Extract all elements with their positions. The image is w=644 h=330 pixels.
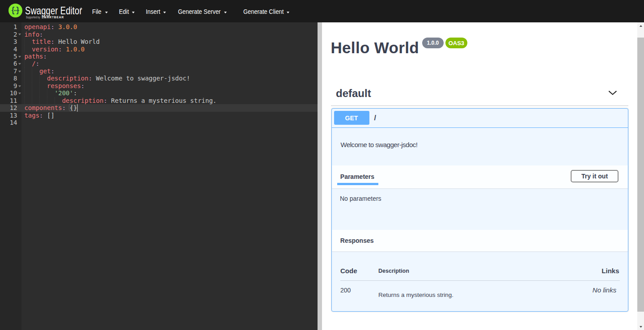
line-number-4: 4 (0, 46, 17, 53)
response-row-description: Returns a mysterious string. (378, 292, 453, 298)
code-line-9[interactable]: responses: (24, 82, 85, 89)
swagger-logo-icon (8, 4, 22, 17)
code-line-7[interactable]: get: (24, 68, 54, 75)
menu-caret-icon (132, 12, 135, 13)
fold-toggle-icon[interactable] (18, 93, 21, 94)
menu-caret-icon (224, 12, 227, 13)
responses-table-divider (340, 280, 620, 281)
menu-generate-client[interactable]: Generate Client (243, 0, 290, 22)
fold-toggle-icon[interactable] (18, 34, 21, 35)
menu-generate-server[interactable]: Generate Server (178, 0, 227, 22)
menu-caret-icon (287, 12, 289, 13)
scroll-down-button[interactable] (637, 323, 644, 330)
menu-insert[interactable]: Insert (146, 0, 166, 22)
responses-code-header: Code (340, 267, 357, 275)
tag-divider (331, 106, 628, 106)
line-number-5: 5 (0, 53, 17, 60)
fold-toggle-icon[interactable] (18, 63, 21, 65)
code-line-4[interactable]: version: 1.0.0 (24, 46, 85, 53)
scroll-up-button[interactable] (637, 22, 644, 29)
scroll-down-arrow-icon (640, 326, 642, 328)
smartbear-wordmark: SMARTBEAR (41, 15, 64, 19)
code-line-1[interactable]: openapi: 3.0.0 (24, 23, 77, 30)
code-line-3[interactable]: title: Hello World (24, 38, 100, 45)
menu-label: Generate Client (243, 8, 284, 15)
code-line-8[interactable]: description: Welcome to swagger-jsdoc! (24, 75, 190, 82)
code-line-10[interactable]: '200': (24, 89, 77, 97)
response-row-links: No links (593, 286, 616, 294)
vertical-scrollbar[interactable] (637, 22, 644, 330)
line-number-1: 1 (0, 23, 17, 30)
api-title: Hello World (330, 40, 419, 55)
line-number-7: 7 (0, 68, 17, 75)
line-number-13: 13 (0, 112, 17, 119)
operation-description: Welcome to swagger-jsdoc! (341, 140, 418, 149)
line-number-9: 9 (0, 82, 17, 89)
operation-path[interactable]: / (374, 113, 376, 123)
line-number-14: 14 (0, 119, 17, 126)
no-parameters-text: No parameters (340, 195, 381, 202)
response-row-code: 200 (340, 287, 351, 294)
swagger-ui-preview: Hello World 1.0.0 OAS3 default GET / Wel… (322, 22, 637, 330)
topbar: Swagger Editor Supported bySMARTBEAR Fil… (0, 0, 644, 22)
operation-summary[interactable]: GET / (332, 109, 628, 128)
active-tab-underline (337, 183, 379, 185)
code-line-5[interactable]: paths: (24, 53, 47, 60)
code-line-13[interactable]: tags: [] (24, 112, 54, 119)
brand-tagline: Supported bySMARTBEAR (26, 15, 64, 19)
tag-name: default (336, 88, 371, 99)
parameters-section-header: Parameters Try it out (332, 165, 628, 189)
version-badge: 1.0.0 (422, 38, 444, 48)
operation-block: GET / Welcome to swagger-jsdoc! Paramete… (331, 108, 629, 312)
menu-caret-icon (105, 12, 108, 13)
responses-description-header: Description (378, 268, 409, 274)
line-number-11: 11 (0, 97, 17, 104)
pane-splitter-handle[interactable] (318, 22, 322, 330)
oas3-badge: OAS3 (445, 38, 467, 48)
code-line-11[interactable]: description: Returns a mysterious string… (24, 97, 216, 104)
responses-links-header: Links (602, 267, 619, 275)
api-badges: 1.0.0 OAS3 (422, 38, 467, 48)
fold-toggle-icon[interactable] (18, 71, 21, 72)
line-number-12: 12 (0, 104, 17, 111)
responses-title: Responses (340, 237, 374, 244)
code-editor[interactable]: openapi: 3.0.01info:2 title: Hello World… (0, 22, 318, 330)
menu-label: Insert (146, 8, 160, 15)
line-number-6: 6 (0, 60, 17, 67)
code-line-2[interactable]: info: (24, 31, 43, 38)
try-it-out-button[interactable]: Try it out (571, 170, 619, 182)
http-method-badge: GET (334, 111, 369, 125)
scrollbar-thumb[interactable] (637, 38, 644, 312)
menu-edit[interactable]: Edit (119, 0, 135, 22)
menu-file[interactable]: File (92, 0, 107, 22)
line-number-8: 8 (0, 75, 17, 82)
menu-label: Generate Server (178, 8, 220, 15)
swagger-editor-app: Swagger Editor Supported bySMARTBEAR Fil… (0, 0, 644, 330)
code-line-6[interactable]: /: (24, 60, 39, 67)
menu-label: File (92, 8, 102, 15)
menu-caret-icon (163, 12, 166, 13)
fold-toggle-icon[interactable] (18, 56, 21, 58)
line-number-3: 3 (0, 38, 17, 45)
text-cursor (77, 104, 78, 111)
fold-toggle-icon[interactable] (18, 85, 21, 87)
parameters-tab[interactable]: Parameters (340, 173, 374, 180)
scroll-up-arrow-icon (640, 25, 642, 27)
tag-section-header[interactable]: default (331, 88, 628, 110)
line-number-10: 10 (0, 89, 17, 97)
chevron-down-icon[interactable] (608, 90, 617, 97)
matching-bracket-highlight (69, 104, 73, 111)
responses-section-header: Responses (332, 230, 628, 251)
line-number-2: 2 (0, 31, 17, 38)
brand-trademark-dot (80, 8, 82, 9)
menu-label: Edit (119, 8, 129, 15)
